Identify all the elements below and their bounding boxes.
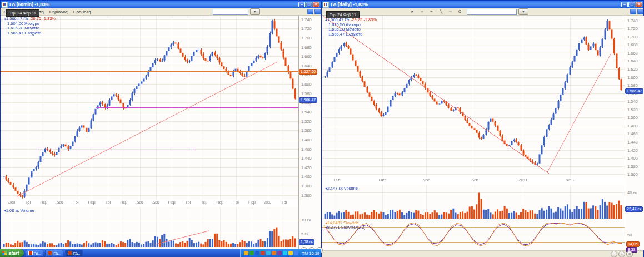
- tray-icon[interactable]: [294, 251, 298, 255]
- desktop: ΓΔ [60min] -1,83% – □ × ΣύμβολαΑνάλυσηΠε…: [0, 0, 644, 257]
- y-tick-label: 1.400: [627, 156, 638, 161]
- x-tick-label: 2011: [518, 177, 527, 182]
- minimize-button[interactable]: –: [298, 2, 305, 7]
- tray-icon[interactable]: [283, 251, 287, 255]
- tray-icon[interactable]: [277, 251, 282, 255]
- y-tick-label: 1.500: [301, 128, 312, 133]
- tray-icon[interactable]: [255, 251, 259, 255]
- titlebar-60min[interactable]: ΓΔ [60min] -1,83% – □ ×: [1, 1, 321, 8]
- y-tick-label: 1.540: [301, 110, 312, 115]
- status-strip: [322, 250, 643, 257]
- x-tick-label: Δευ: [8, 200, 15, 205]
- close-button[interactable]: ×: [636, 2, 642, 7]
- x-tick-label: Τρι: [281, 200, 287, 205]
- zoom-out-icon[interactable]: −: [611, 251, 617, 257]
- y-tick-label: 1.380: [627, 164, 638, 169]
- y-tick-label: 1.700: [301, 36, 312, 41]
- tray-icon[interactable]: [288, 251, 293, 255]
- menu-item-2[interactable]: Περίοδος: [47, 9, 71, 14]
- tray-icon[interactable]: [244, 251, 248, 255]
- price-axis[interactable]: 1.3601.3801.4001.4201.4401.4601.4801.500…: [298, 16, 322, 249]
- volume-legend: ◂22,47 εκ Volume: [325, 186, 358, 191]
- maximize-button[interactable]: □: [628, 2, 635, 7]
- y-tick-label: 1.480: [301, 137, 312, 142]
- search-go-button[interactable]: ▾: [518, 8, 528, 15]
- symbol-search-input[interactable]: [213, 9, 248, 15]
- menu-item-3[interactable]: Προβολή: [71, 9, 94, 14]
- tray-icon[interactable]: [266, 251, 271, 255]
- taskbar-task-button[interactable]: ΓΔ..: [65, 250, 83, 257]
- legend-marker-icon: ◂: [4, 17, 6, 21]
- child-restore-icon[interactable]: [307, 9, 313, 14]
- legend-marker-icon: ◂: [325, 18, 327, 22]
- symbol-search-input[interactable]: [467, 9, 517, 15]
- hline-icon[interactable]: ═: [446, 8, 455, 16]
- x-tick-label: Πεμ: [168, 200, 176, 205]
- y-tick-label: 1.500: [627, 115, 638, 120]
- child-restore-icon[interactable]: [630, 9, 636, 14]
- tray-icon[interactable]: [261, 251, 265, 255]
- y-tick-label: 1.460: [627, 131, 638, 136]
- child-close-icon[interactable]: [314, 9, 321, 14]
- y-tick-label: 1.520: [301, 119, 312, 124]
- price-chart-canvas-60min[interactable]: [1, 16, 298, 200]
- text-tool-icon[interactable]: C: [456, 8, 464, 16]
- zoom-in-icon[interactable]: +: [618, 251, 625, 257]
- x-tick-label: Νοε: [423, 177, 430, 182]
- pointer-icon[interactable]: ▸: [408, 8, 417, 16]
- child-close-icon[interactable]: [637, 9, 643, 14]
- maximize-button[interactable]: □: [306, 2, 312, 7]
- x-tick-label: Πεμ: [88, 200, 96, 205]
- volume-chart-canvas-daily[interactable]: [322, 185, 625, 220]
- x-tick-label: Οκτ: [379, 177, 386, 182]
- windows-logo-icon: [2, 251, 7, 255]
- y-tick-label: 1.360: [301, 193, 312, 198]
- y-tick-label: 1.680: [301, 45, 312, 50]
- stoch-d-legend: ◂8,3791 Slow%D(3,3): [325, 225, 366, 230]
- stochastic-chart-canvas[interactable]: [322, 220, 625, 250]
- y-tick-label: 1.380: [301, 184, 312, 189]
- search-go-button[interactable]: ▾: [250, 8, 260, 15]
- chart-zoom-controls: −+≡: [611, 251, 633, 257]
- zoom-out-icon[interactable]: −: [427, 8, 436, 16]
- x-tick-label: Δευ: [56, 200, 63, 205]
- y-tick-label: 1.640: [301, 63, 312, 68]
- settings-icon[interactable]: ≡: [626, 251, 633, 257]
- close-button[interactable]: ×: [313, 2, 319, 7]
- x-tick-label: Σεπ: [333, 177, 341, 182]
- task-app-icon: [28, 251, 33, 255]
- x-tick-label: Πεμ: [40, 200, 47, 205]
- app-icon: [323, 2, 329, 8]
- task-app-icon: [48, 251, 52, 255]
- y-tick-label: 50: [627, 233, 632, 238]
- system-tray: ΠΜ 10:19: [240, 249, 321, 257]
- y-tick-label: 1.740: [627, 18, 638, 23]
- titlebar-daily[interactable]: ΓΔ [daily] -1,83% – □ ×: [322, 1, 643, 8]
- minimize-button[interactable]: –: [621, 2, 628, 7]
- tray-icon[interactable]: [249, 251, 254, 255]
- y-tick-label: 1.460: [301, 147, 312, 152]
- y-tick-label: 1.660: [301, 54, 312, 59]
- taskbar-task-button[interactable]: ΓΔ..: [45, 250, 63, 257]
- window-title: ΓΔ [60min] -1,83%: [9, 2, 49, 7]
- taskbar-task-button[interactable]: ΓΔ..: [26, 250, 44, 257]
- tray-icon[interactable]: [272, 251, 276, 255]
- hover-tooltip-date: Την 24 Φεβ 11: [6, 9, 39, 17]
- y-tick-label: 1.440: [627, 140, 638, 145]
- taskbar: start ΓΔ..ΓΔ..ΓΔ.. ΠΜ 10:19: [0, 249, 321, 257]
- y-tick-label: 1.520: [627, 107, 638, 112]
- alert-line-badge: 1.627,50: [299, 69, 317, 75]
- y-tick-label: 1.680: [627, 42, 638, 47]
- price-axis[interactable]: 1.3601.3801.4001.4201.4401.4601.4801.500…: [625, 16, 644, 250]
- y-tick-label: 10 εκ: [301, 218, 311, 223]
- price-chart-canvas-daily[interactable]: [322, 16, 625, 177]
- crosshair-icon[interactable]: ＋: [418, 8, 426, 16]
- volume-value-badge: 1,08 εκ: [299, 239, 314, 245]
- volume-chart-canvas-60min[interactable]: [1, 207, 298, 248]
- trendline-icon[interactable]: ╲: [437, 8, 445, 16]
- y-tick-label: 1.660: [627, 51, 638, 56]
- y-tick-label: 40 εκ: [627, 190, 637, 195]
- start-button[interactable]: start: [0, 249, 24, 257]
- window-gd-daily: ΓΔ [daily] -1,83% – □ × ▸＋−╲═C ▾ ΣεπΟκτΝ…: [321, 0, 644, 257]
- x-tick-label: Πεμ: [200, 200, 207, 205]
